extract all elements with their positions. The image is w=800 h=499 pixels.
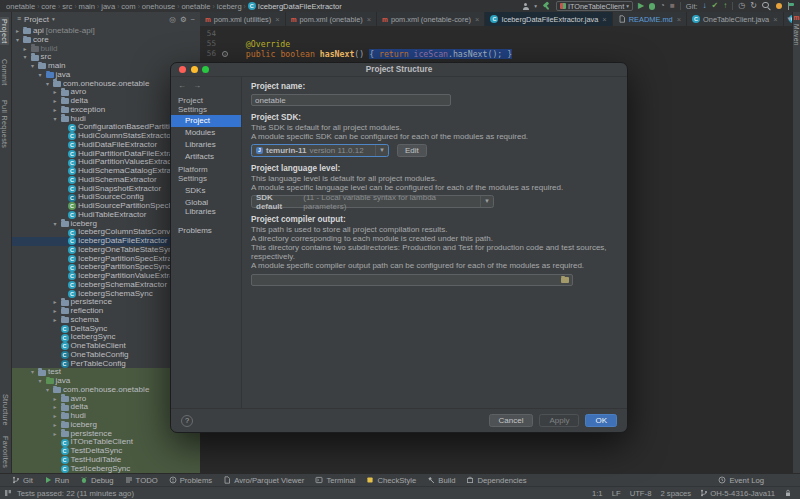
edit-sdk-button[interactable]: Edit	[397, 144, 427, 157]
git-commit-icon[interactable]: ✔	[712, 2, 719, 10]
expand-icon[interactable]: ▸	[52, 298, 59, 307]
expand-icon[interactable]: ▾	[22, 53, 29, 62]
breadcrumb-item[interactable]: src	[62, 2, 72, 11]
hide-panel-icon[interactable]: −	[191, 15, 195, 24]
git-update-icon[interactable]: ↓	[703, 2, 707, 10]
cancel-button[interactable]: Cancel	[489, 414, 534, 427]
stripe-item-project[interactable]: Project	[0, 17, 9, 45]
status-file-encoding[interactable]: UTF-8	[630, 489, 652, 498]
editor-tab[interactable]: CIcebergDataFileExtractor.java×	[485, 12, 612, 26]
status-git-branch[interactable]: OH-5-4316-Java11	[700, 489, 775, 498]
tab-close-icon[interactable]: ×	[773, 15, 777, 24]
sidebar-item-project[interactable]: Project	[171, 115, 241, 127]
expand-icon[interactable]: ▸	[52, 106, 59, 115]
readonly-lock[interactable]	[784, 489, 792, 497]
back-icon[interactable]: ←	[178, 81, 186, 90]
minimize-window-icon[interactable]	[191, 66, 198, 73]
project-name-input[interactable]	[251, 94, 451, 106]
override-marker-icon[interactable]: ↑	[222, 51, 228, 57]
breadcrumb-item[interactable]: onehouse	[142, 2, 175, 11]
expand-icon[interactable]: ▾	[14, 36, 21, 45]
git-push-icon[interactable]: ↑	[723, 2, 727, 10]
toolwindow-button-problems[interactable]: Problems	[169, 476, 212, 485]
toolwindow-button-todo[interactable]: TODO	[125, 476, 158, 485]
sidebar-item-problems[interactable]: Problems	[171, 224, 241, 236]
build-hammer-icon[interactable]	[542, 2, 551, 11]
expand-icon[interactable]: ▸	[22, 45, 29, 54]
expand-icon[interactable]: ▸	[14, 27, 21, 36]
sync-icon[interactable]: ↻	[750, 2, 757, 10]
status-caret-position[interactable]: 1:1	[592, 489, 603, 498]
expand-icon[interactable]: ▾	[52, 115, 59, 124]
locate-icon[interactable]: ◎	[169, 15, 176, 24]
compiler-output-input[interactable]	[255, 275, 561, 286]
toolwindow-button-terminal[interactable]: Terminal	[315, 476, 355, 485]
breadcrumb-item[interactable]: java	[101, 2, 115, 11]
sidebar-item-global-libraries[interactable]: Global Libraries	[171, 196, 241, 217]
editor-tab[interactable]: mpom.xml (utilities)×	[200, 12, 286, 26]
stripe-item-structure[interactable]: Structure	[1, 394, 10, 426]
close-window-icon[interactable]	[179, 66, 186, 73]
toolwindow-button-dependencies[interactable]: Dependencies	[466, 476, 526, 485]
chevron-down-icon[interactable]: ▾	[52, 16, 55, 22]
tab-close-icon[interactable]: ×	[367, 15, 371, 24]
maven-stripe-label[interactable]: Maven	[793, 24, 800, 46]
breadcrumb-item[interactable]: onetable	[181, 2, 210, 11]
expand-icon[interactable]: ▸	[52, 97, 59, 106]
expand-icon[interactable]: ▸	[52, 307, 59, 316]
toolwindow-button-debug[interactable]: Debug	[80, 476, 114, 485]
tab-close-icon[interactable]: ×	[602, 15, 606, 24]
toolwindow-button-event-log[interactable]: Event Log	[718, 476, 764, 485]
expand-icon[interactable]: ▾	[37, 71, 44, 80]
toolwindow-button-checkstyle[interactable]: CheckStyle	[366, 476, 416, 485]
toolwindow-button-build[interactable]: Build	[427, 476, 455, 485]
expand-icon[interactable]: ▾	[29, 368, 36, 377]
expand-icon[interactable]: ▸	[52, 412, 59, 421]
expand-icon[interactable]: ▸	[52, 430, 59, 439]
breadcrumb-item[interactable]: core	[41, 2, 56, 11]
sidebar-item-libraries[interactable]: Libraries	[171, 139, 241, 151]
breadcrumb-item[interactable]: iceberg	[217, 2, 242, 11]
notifications-icon[interactable]	[787, 2, 794, 10]
search-icon[interactable]	[762, 2, 771, 11]
user-caret-icon[interactable]: ▾	[534, 3, 537, 9]
expand-icon[interactable]: ▾	[44, 80, 51, 89]
toolwindow-button-run[interactable]: Run	[44, 476, 69, 485]
tab-close-icon[interactable]: ×	[275, 15, 279, 24]
editor-tab[interactable]: COneTableClient.java×	[687, 12, 784, 26]
tab-close-icon[interactable]: ×	[475, 15, 479, 24]
sidebar-item-sdks[interactable]: SDKs	[171, 184, 241, 196]
stripe-item-pull-requests[interactable]: Pull Requests	[0, 100, 9, 148]
browse-folder-icon[interactable]	[561, 277, 569, 283]
breadcrumb-item[interactable]: com	[121, 2, 135, 11]
toolwindow-button-git[interactable]: Git	[12, 476, 33, 485]
editor-tab[interactable]: mpom.xml (onetable-core)×	[377, 12, 485, 26]
breadcrumb-item[interactable]: main	[79, 2, 95, 11]
run-config-select[interactable]: ITOneTableClient ▾	[556, 1, 633, 11]
sidebar-item-modules[interactable]: Modules	[171, 127, 241, 139]
breadcrumb-current[interactable]: CIcebergDataFileExtractor	[248, 2, 342, 11]
expand-icon[interactable]: ▾	[52, 220, 59, 229]
expand-icon[interactable]: ▸	[52, 316, 59, 325]
tab-close-icon[interactable]: ×	[677, 15, 681, 24]
language-level-select[interactable]: SDK default (11 - Local variable syntax …	[251, 195, 494, 208]
tree-item[interactable]: ▾src	[12, 53, 200, 62]
editor-tab[interactable]: README.md×	[613, 12, 687, 26]
user-icon[interactable]	[522, 3, 529, 10]
stripe-item-favorites[interactable]: Favorites	[1, 436, 10, 468]
expand-icon[interactable]: ▸	[52, 395, 59, 404]
maven-icon[interactable]: m	[794, 14, 800, 21]
sidebar-item-artifacts[interactable]: Artifacts	[171, 151, 241, 163]
forward-icon[interactable]: →	[193, 81, 201, 90]
toolwindow-button-avro-parquet-viewer[interactable]: Avro/Parquet Viewer	[223, 476, 304, 485]
expand-icon[interactable]: ▸	[52, 403, 59, 412]
profiler-icon[interactable]: ◔	[660, 2, 665, 10]
ok-button[interactable]: OK	[585, 414, 617, 427]
status-line-separator[interactable]: LF	[612, 489, 621, 498]
tree-item[interactable]: CTestIcebergSync	[12, 465, 200, 474]
project-panel-title[interactable]: Project	[24, 15, 49, 24]
settings-gear-icon[interactable]: ⚙	[180, 15, 187, 24]
debug-icon[interactable]	[649, 3, 655, 10]
run-icon[interactable]: ▶	[638, 2, 644, 10]
update-badge-icon[interactable]	[776, 3, 782, 9]
